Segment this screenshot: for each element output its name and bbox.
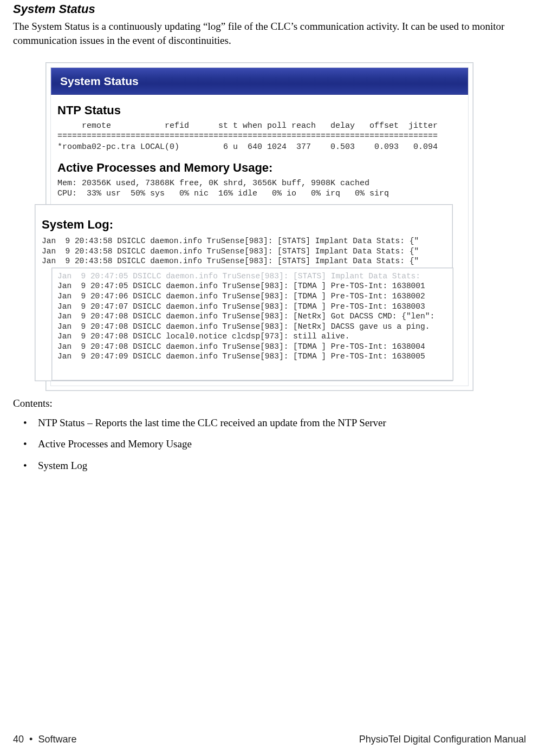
contents-list: NTP Status – Reports the last time the C… [35,416,526,473]
footer-left: 40 • Software [13,734,76,745]
overlay-lines: Jan 9 20:47:05 DSICLC daemon.info TruSen… [57,282,434,361]
list-item: System Log [35,459,526,473]
processes-heading: Active Processes and Memory Usage: [51,161,468,175]
system-log-overlay-output: Jan 9 20:47:05 DSICLC daemon.info TruSen… [52,268,453,380]
ntp-status-heading: NTP Status [51,103,468,118]
footer-section: Software [38,734,76,745]
bullet-separator-icon: • [29,734,33,745]
system-log-heading: System Log: [35,213,452,232]
page-footer: 40 • Software PhysioTel Digital Configur… [13,734,526,745]
ntp-status-output: remote refid st t when poll reach delay … [51,121,468,152]
overlay-faint-line: Jan 9 20:47:05 DSICLC daemon.info TruSen… [57,272,420,281]
system-log-overlay: Jan 9 20:47:05 DSICLC daemon.info TruSen… [51,268,453,381]
footer-right: PhysioTel Digital Configuration Manual [359,734,526,745]
processes-output: Mem: 20356K used, 73868K free, 0K shrd, … [51,178,468,199]
system-log-panel: System Log: Jan 9 20:43:58 DSICLC daemon… [35,204,453,381]
status-window: System Status NTP Status remote refid st… [46,62,473,391]
system-log-output: Jan 9 20:43:58 DSICLC daemon.info TruSen… [35,235,452,272]
page-number: 40 [13,734,24,745]
list-item: NTP Status – Reports the last time the C… [35,416,526,430]
intro-paragraph: The System Status is a continuously upda… [13,19,526,47]
window-title-bar: System Status [51,68,468,95]
section-heading: System Status [13,2,526,16]
screenshot-figure: System Status NTP Status remote refid st… [46,62,473,391]
list-item: Active Processes and Memory Usage [35,437,526,451]
contents-label: Contents: [13,397,526,409]
